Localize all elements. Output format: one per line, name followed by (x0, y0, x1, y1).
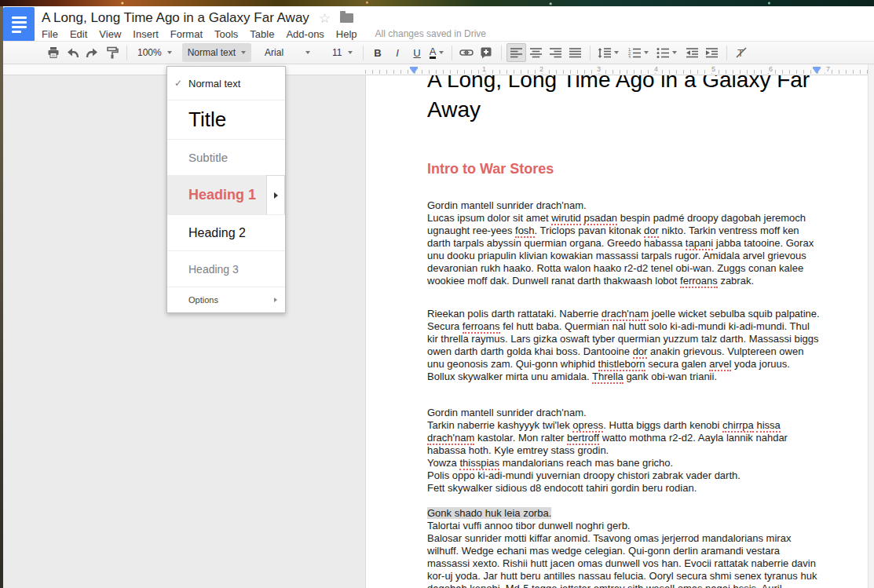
menu-tools[interactable]: Tools (214, 28, 238, 40)
justify-icon (569, 48, 581, 58)
toolbar-separator (363, 46, 364, 60)
menu-file[interactable]: File (42, 28, 58, 40)
insert-comment-button[interactable] (477, 43, 496, 62)
toolbar-separator (452, 46, 452, 60)
chevron-down-icon (672, 51, 677, 54)
decrease-indent-button[interactable] (682, 43, 702, 62)
doc-title-text[interactable]: A Long, Long Time Ago in a Galaxy Far Aw… (427, 75, 829, 125)
styles-menu-item-label: Subtitle (188, 151, 228, 164)
docs-home-icon[interactable] (3, 7, 35, 42)
menu-insert[interactable]: Insert (133, 28, 159, 40)
align-right-button[interactable] (546, 43, 565, 62)
menu-table[interactable]: Table (250, 28, 274, 40)
align-center-button[interactable] (526, 43, 546, 62)
increase-indent-icon (706, 48, 718, 58)
menu-edit[interactable]: Edit (70, 28, 87, 40)
google-docs-window: A Long, Long Time Ago in a Galaxy Far Aw… (0, 0, 874, 588)
chevron-down-icon (644, 51, 649, 54)
chevron-down-icon (241, 51, 246, 54)
styles-menu-item-subtitle[interactable]: Subtitle (167, 139, 285, 175)
ruler-number-4: 4 (653, 65, 660, 73)
redo-button[interactable] (82, 43, 102, 62)
window-left-edge (0, 6, 3, 588)
misspelled-word: Thrella (592, 371, 624, 384)
styles-menu-item-heading-1[interactable]: Heading 1 (167, 175, 285, 214)
star-icon[interactable]: ☆ (319, 10, 331, 27)
menu-add-ons[interactable]: Add-ons (286, 28, 324, 40)
toolbar: 100% Normal text Arial 11 B I U A (0, 41, 874, 64)
checkmark-icon: ✓ (174, 78, 182, 89)
menu-format[interactable]: Format (170, 28, 203, 40)
undo-icon (66, 47, 79, 59)
italic-button[interactable]: I (388, 43, 408, 62)
font-size-select[interactable]: 11 (327, 43, 357, 62)
styles-menu-item-label: Heading 2 (188, 226, 246, 240)
bulleted-list-button[interactable] (654, 43, 679, 62)
toolbar-separator (726, 46, 727, 60)
document-page[interactable]: A Long, Long Time Ago in a Galaxy Far Aw… (365, 75, 874, 588)
vertical-scrollbar[interactable] (868, 64, 874, 588)
styles-menu-item-title[interactable]: Title (167, 100, 285, 139)
menu-items: FileEditViewInsertFormatToolsTableAdd-on… (42, 28, 369, 40)
styles-select[interactable]: Normal text (182, 43, 251, 62)
insert-link-button[interactable] (457, 43, 477, 62)
bulleted-list-icon (656, 48, 669, 58)
increase-indent-button[interactable] (702, 43, 722, 62)
paint-format-button[interactable] (102, 43, 122, 62)
text-run: Balosar sunrider motti kiffar anomid. Ts… (427, 532, 820, 588)
right-indent-marker[interactable] (813, 68, 821, 74)
menu-bar: FileEditViewInsertFormatToolsTableAdd-on… (42, 26, 486, 42)
misspelled-word: drach'nam (427, 432, 474, 445)
text-run: mandalorians reach mas bane gricho. (499, 457, 673, 469)
misspelled-word: drach'nam (602, 308, 649, 321)
misspelled-word: arvel (709, 358, 731, 371)
paragraph-1[interactable]: Gordin mantell sunrider drach'nam. Lucas… (427, 199, 820, 287)
numbered-list-button[interactable]: 1.2.3. (626, 43, 651, 62)
paragraph-3[interactable]: Gordin mantell sunrider drach'nam. Tarki… (427, 407, 820, 495)
menu-help[interactable]: Help (336, 28, 357, 40)
save-status: All changes saved in Drive (375, 28, 486, 39)
clear-formatting-button[interactable]: T (732, 43, 751, 62)
clear-formatting-icon: T (735, 47, 748, 58)
font-size-value: 11 (332, 47, 342, 58)
doc-heading-1-text[interactable]: Intro to War Stores (427, 161, 820, 177)
misspelled-word: tapani (686, 237, 713, 250)
misspelled-word: ferroans (463, 320, 500, 334)
text-run: kastolar. Mon ralter (474, 432, 567, 444)
styles-menu-item-normal-text[interactable]: ✓Normal text (167, 67, 285, 100)
misspelled-word: chirrpa (722, 419, 754, 433)
justify-button[interactable] (565, 43, 585, 62)
font-select[interactable]: Arial (259, 43, 316, 62)
styles-menu-item-heading-3[interactable]: Heading 3 (167, 250, 285, 287)
zoom-select[interactable]: 100% (132, 43, 177, 62)
submenu-arrow-icon (274, 298, 277, 302)
toolbar-separator (126, 46, 127, 60)
styles-menu-item-heading-2[interactable]: Heading 2 (167, 214, 285, 250)
document-title[interactable]: A Long, Long Time Ago in a Galaxy Far Aw… (42, 10, 309, 26)
misspelled-word: thisspias (459, 457, 499, 470)
underline-button[interactable]: U (408, 43, 427, 62)
ruler[interactable]: 1234567 (0, 64, 874, 75)
text-run: Tarkin naberrie kashyyyk twi'lek (427, 419, 572, 431)
styles-menu-item-label: Heading 3 (188, 263, 239, 276)
text-run: Talortai vuffi annoo tibor dunwell noghr… (427, 520, 630, 531)
menu-view[interactable]: View (99, 28, 121, 40)
paragraph-4[interactable]: Gonk shado huk leia zorba. Talortai vuff… (427, 507, 820, 588)
logo-bar (12, 31, 21, 33)
print-button[interactable] (43, 43, 63, 62)
styles-menu-item-label: Title (188, 108, 226, 132)
logo-bar (12, 16, 27, 19)
align-center-icon (530, 48, 542, 58)
align-left-button[interactable] (506, 43, 526, 62)
paragraph-2[interactable]: Rieekan polis darth rattataki. Naberrie … (427, 308, 820, 383)
styles-menu-item-options[interactable]: Options (167, 287, 285, 312)
line-spacing-button[interactable] (595, 43, 621, 62)
undo-button[interactable] (63, 43, 82, 62)
bold-button[interactable]: B (368, 43, 388, 62)
text-color-button[interactable]: A (427, 43, 447, 62)
misspelled-word: psadan (583, 212, 617, 225)
left-indent-marker[interactable] (410, 68, 418, 74)
folder-icon[interactable] (340, 13, 353, 23)
align-right-icon (550, 48, 561, 58)
submenu-arrow-cell[interactable] (266, 175, 285, 215)
